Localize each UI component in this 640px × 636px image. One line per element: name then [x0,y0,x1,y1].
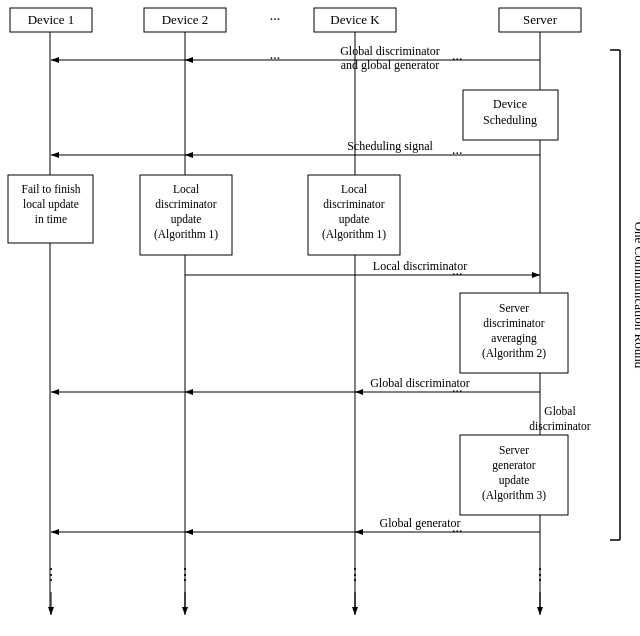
ellipsis-device1: ⋮ [43,566,59,583]
server-gen-label1: Server [499,444,529,456]
dots-label: ··· [270,12,281,27]
fail-label1: Fail to finish [22,183,81,195]
ellipsis-server: ⋮ [532,566,548,583]
global-gen-label: Global generator [380,516,461,530]
device1-label: Device 1 [28,12,75,27]
fail-label3: in time [35,213,67,225]
server-label: Server [523,12,558,27]
local-disc2-label4: (Algorithm 1) [154,228,218,241]
ellipsis-devicek: ⋮ [347,566,363,583]
server-disc-avg-label2: discriminator [483,317,544,329]
local-disck-label4: (Algorithm 1) [322,228,386,241]
local-disc2-label2: discriminator [155,198,216,210]
local-disck-label2: discriminator [323,198,384,210]
local-disck-label1: Local [341,183,367,195]
local-disc2-label1: Local [173,183,199,195]
dots2: ··· [452,146,463,161]
global-disc-side-label2: discriminator [529,420,590,432]
header-dots: ··· [270,51,281,66]
server-disc-avg-label1: Server [499,302,529,314]
dots3: ··· [452,267,463,282]
server-gen-label4: (Algorithm 3) [482,489,546,502]
server-gen-label2: generator [492,459,536,472]
dots4: ··· [452,384,463,399]
scheduling-signal-label: Scheduling signal [347,139,433,153]
device-scheduling-label2: Scheduling [483,113,537,127]
diagram-container: Device 1 Device 2 ··· Device K Server Gl… [0,0,640,636]
ellipsis-device2: ⋮ [177,566,193,583]
devicek-label: Device K [330,12,380,27]
global-disc-gen-label2: and global generator [341,58,440,72]
fail-label2: local update [23,198,79,211]
server-disc-avg-label3: averaging [491,332,537,345]
device-scheduling-label1: Device [493,97,527,111]
dots5: ··· [452,524,463,539]
device2-label: Device 2 [162,12,209,27]
local-disck-label3: update [339,213,370,226]
global-disc-gen-label: Global discriminator [340,44,440,58]
server-gen-label3: update [499,474,530,487]
dots1: ··· [452,52,463,67]
one-comm-round-label: One Communication Round [632,222,640,369]
server-disc-avg-label4: (Algorithm 2) [482,347,546,360]
local-disc2-label3: update [171,213,202,226]
global-disc-side-label1: Global [544,405,575,417]
